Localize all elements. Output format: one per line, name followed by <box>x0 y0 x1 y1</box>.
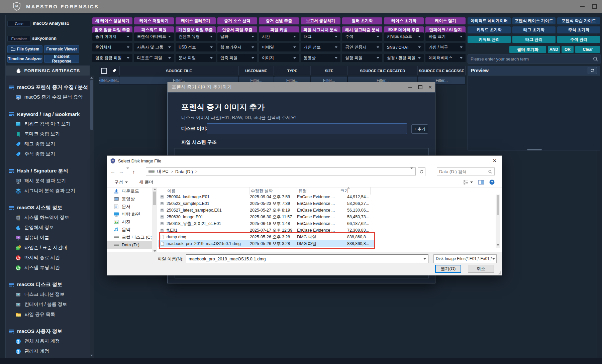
filter-dropdown[interactable]: 태그 <box>301 32 341 41</box>
modal-titlebar[interactable]: 포렌식 증거 이미지 추가하기 ✕ <box>168 82 435 92</box>
manage-button[interactable]: 태그 관리 <box>512 36 556 43</box>
search-input[interactable] <box>468 56 593 62</box>
filter-dropdown[interactable]: 실행 파일 <box>342 54 382 62</box>
file-row[interactable]: 250618_유출_이미지_cc.E012025-06-18 오후 1:48En… <box>158 220 375 227</box>
toolbar-button[interactable]: 새 케이스 생성하기 <box>92 17 132 24</box>
sidebar-scrollbar[interactable] <box>90 76 94 358</box>
scroll-down-icon[interactable] <box>90 355 93 356</box>
filter-dropdown[interactable]: 날짜 <box>217 32 258 41</box>
filter-dropdown[interactable]: 운영체제 <box>92 43 132 51</box>
or-operator-button[interactable]: OR <box>562 46 574 53</box>
panel-button[interactable]: 포렌식 케이스 가이드 <box>512 17 556 24</box>
toolbar-button[interactable]: 케이스 저장하기 <box>134 17 174 24</box>
sidebar-section-title[interactable]: macOS 디스크 정보 <box>6 279 90 289</box>
preview-resize-handle[interactable] <box>527 149 542 150</box>
column-header-date[interactable]: 수정한 날짜 <box>250 187 297 195</box>
filename-dropdown-icon[interactable] <box>421 258 428 260</box>
sidebar-item[interactable]: 타임존 / 표준 시간대 <box>6 243 90 253</box>
column-header-name[interactable]: 이름 <box>158 187 250 195</box>
window-minimize-button[interactable] <box>577 2 587 10</box>
up-icon[interactable]: ↑ <box>132 169 135 174</box>
filter-dropdown[interactable]: 다운로드 파일 <box>134 54 174 62</box>
breadcrumb-dropdown-icon[interactable] <box>410 169 413 174</box>
modal-maximize-button[interactable] <box>415 82 425 92</box>
sidebar-section-title[interactable]: macOS 사용자 정보 <box>6 326 90 336</box>
select-all-column-header[interactable] <box>99 66 109 75</box>
place-item-바탕화면[interactable]: 바탕 화면 <box>107 210 152 218</box>
dialog-search-input[interactable] <box>437 169 488 174</box>
filter-dropdown[interactable]: 동영상 <box>301 54 341 62</box>
sidebar-section-title[interactable]: macOS 포렌식 증거 수집 / 분석 <box>6 82 90 92</box>
sidebar-item[interactable]: 컴퓨터 이름 <box>6 233 90 243</box>
nav-button-forensic-viewer[interactable]: Forensic Viewer <box>44 45 79 53</box>
search-icon[interactable] <box>488 169 492 174</box>
dialog-close-button[interactable]: ✕ <box>487 156 502 166</box>
filter-dropdown[interactable]: 파일 크기 <box>425 32 466 41</box>
new-folder-button[interactable]: 새 폴더 <box>139 179 154 185</box>
forward-icon[interactable]: → <box>119 169 124 174</box>
sidebar-scroll-thumb[interactable] <box>90 80 93 130</box>
scroll-up-icon[interactable] <box>90 77 93 79</box>
place-item-사진[interactable]: 사진 <box>107 218 152 226</box>
filter-dropdown[interactable]: 공인 인증서 <box>342 43 382 51</box>
breadcrumb-segment[interactable]: 내 PC <box>157 168 169 174</box>
back-icon[interactable]: ← <box>110 169 115 174</box>
place-item-datad[interactable]: Data (D:) <box>107 241 152 249</box>
cancel-button[interactable]: 취소 <box>468 265 494 273</box>
resize-grip[interactable] <box>498 271 501 274</box>
filter-dropdown[interactable]: 카빙 / 복구 <box>425 43 466 51</box>
preview-pane-icon[interactable] <box>478 180 484 185</box>
places-scroll-thumb[interactable] <box>153 192 156 205</box>
sidebar-item[interactable]: 시스템 하드웨어 정보 <box>6 213 90 223</box>
scroll-up-icon[interactable] <box>154 189 156 190</box>
history-dropdown-icon[interactable] <box>126 169 129 174</box>
place-item-로컬디스크c[interactable]: 로컬 디스크 (C:) <box>107 233 152 241</box>
sidebar-item[interactable]: 일반 사용자 계정 <box>6 356 90 358</box>
sidebar-item[interactable]: 시스템 부팅 시간 <box>6 263 90 273</box>
column-filter-input[interactable]: Filter... <box>109 77 119 84</box>
sidebar-item[interactable]: 전체 사용자 계정 <box>6 336 90 346</box>
column-header-source-file-created[interactable]: SOURCE FILE CREATED <box>348 66 418 75</box>
filter-dropdown[interactable]: 설정 / 환경 파일 <box>384 54 424 62</box>
manage-button[interactable]: 주석 관리 <box>557 36 600 43</box>
panel-button[interactable]: 아티팩트 네비게이터 <box>468 17 511 24</box>
add-disk-image-button[interactable]: + 추가 <box>411 124 428 134</box>
organize-menu[interactable]: 구성 <box>114 179 128 185</box>
panel-button[interactable]: 포렌식 학습 가이드 <box>557 17 600 24</box>
filter-dropdown[interactable]: 암호 잠금 파일 <box>92 54 132 62</box>
nav-button-timeline-analyzer[interactable]: Timeline Analyzer <box>7 55 42 63</box>
disk-image-path-input[interactable] <box>207 123 407 134</box>
place-item-문서[interactable]: 문서 <box>107 203 152 210</box>
filter-dropdown[interactable]: 압축 파일 <box>217 54 258 62</box>
sidebar-item[interactable]: 태그 종합 보기 <box>6 139 90 149</box>
help-icon[interactable]: ? <box>489 179 495 185</box>
toolbar-button[interactable]: 보고서 생성하기 <box>301 17 341 24</box>
file-row[interactable]: 250527_latest_samplepc.E012025-05-27 오후 … <box>158 207 375 214</box>
nav-button-incident-response[interactable]: Incident Response <box>44 55 79 63</box>
manage-button[interactable]: 키워드 관리 <box>468 36 511 43</box>
filter-dropdown[interactable]: 문서 파일 <box>176 54 216 62</box>
panel-button[interactable]: 주석 초기화 <box>557 26 600 33</box>
preview-refresh-button[interactable] <box>588 67 597 74</box>
tag-column-header[interactable] <box>109 66 120 75</box>
filter-dropdown[interactable]: 키워드 리스트 <box>384 32 424 41</box>
filter-dropdown[interactable]: 사용자 및 그룹 <box>134 43 174 51</box>
breadcrumb[interactable]: 내 PC>Data (D:)> <box>146 167 416 175</box>
dialog-titlebar[interactable]: M Select Disk Image File ✕ <box>107 156 502 166</box>
scroll-down-icon[interactable] <box>497 244 499 246</box>
sidebar-item[interactable]: 파일 공유 목록 <box>6 310 90 320</box>
sidebar-item[interactable]: 컨테이너 / 볼륨 정보 <box>6 299 90 310</box>
column-filter-input[interactable]: Filter... <box>99 77 109 84</box>
sidebar-item[interactable]: #해시 분석 결과 보기 <box>6 176 90 186</box>
sidebar-item[interactable]: 키워드 검색 이력 보기 <box>6 119 90 129</box>
sidebar-section-title[interactable]: macOS 시스템 정보 <box>6 203 90 213</box>
column-header-username[interactable]: USERNAME <box>239 66 274 75</box>
column-header-size[interactable]: 크기 <box>337 187 371 195</box>
place-item-동영상[interactable]: 동영상 <box>107 195 152 203</box>
sidebar-section-title[interactable]: Keyword / Tag / Bookmark <box>6 109 90 119</box>
panel-button[interactable]: 키워드 초기화 <box>468 26 511 33</box>
sidebar-item[interactable]: 시그니처 분석 결과 보기 <box>6 186 90 196</box>
filter-dropdown[interactable]: 주석 <box>342 32 382 41</box>
sidebar-item[interactable]: 주석 종합 보기 <box>6 149 90 159</box>
filter-dropdown[interactable]: SNS / CHAT <box>384 43 424 51</box>
